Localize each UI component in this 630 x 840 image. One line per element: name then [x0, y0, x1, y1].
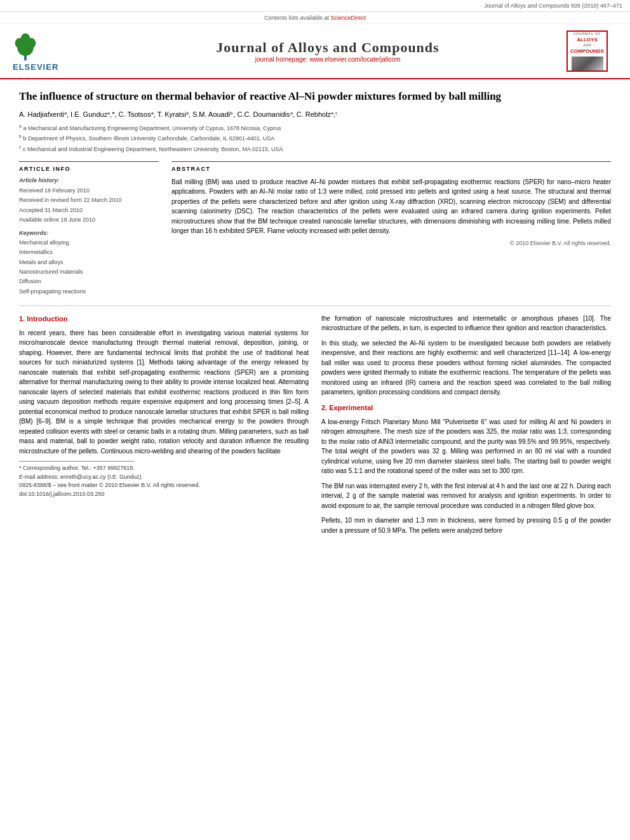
- accepted-date: Accepted 31 March 2010: [19, 206, 159, 215]
- section2-para1: A low-energy Fritsch Planetary Mono Mill…: [321, 417, 611, 476]
- footnote-doi: doi:10.1016/j.jallcom.2010.03.250: [19, 490, 309, 499]
- available-date: Available online 19 June 2010: [19, 215, 159, 225]
- elsevier-text: ELSEVIER: [13, 62, 58, 72]
- section1-title: 1. Introduction: [19, 314, 309, 324]
- affiliations: a a Mechanical and Manufacturing Enginee…: [19, 123, 611, 154]
- keywords-label: Keywords:: [19, 230, 159, 236]
- journal-name: Journal of Alloys and Compounds: [89, 39, 566, 56]
- keyword-5: Diffusion: [19, 277, 159, 286]
- journal-header: ELSEVIER Journal of Alloys and Compounds…: [0, 24, 630, 79]
- article-info-col: ARTICLE INFO Article history: Received 1…: [19, 161, 159, 297]
- keyword-4: Nanostructured materials: [19, 267, 159, 277]
- contents-bar: Contents lists available at ScienceDirec…: [0, 12, 630, 24]
- affiliation-a: a a Mechanical and Manufacturing Enginee…: [19, 123, 611, 133]
- sciencedirect-link[interactable]: ScienceDirect: [331, 15, 366, 21]
- section2-para3: Pellets, 10 mm in diameter and 1.3 mm in…: [321, 516, 611, 535]
- article-meta-section: ARTICLE INFO Article history: Received 1…: [19, 161, 611, 297]
- elsevier-logo: ELSEVIER: [13, 30, 89, 72]
- body-content: 1. Introduction In recent years, there h…: [19, 314, 611, 541]
- keyword-2: Intermetallics: [19, 248, 159, 257]
- top-bar: Journal of Alloys and Compounds 505 (201…: [0, 0, 630, 12]
- article-dates: Received 18 February 2010 Received in re…: [19, 186, 159, 225]
- footnote-email: E-mail address: enreth@ucy.ac.cy (I.E. G…: [19, 473, 309, 482]
- section1-para1: In recent years, there has been consider…: [19, 328, 309, 457]
- journal-center-info: Journal of Alloys and Compounds journal …: [89, 39, 566, 63]
- abstract-text: Ball milling (BM) was used to produce re…: [171, 177, 611, 236]
- keyword-1: Mechanical alloying: [19, 238, 159, 248]
- received-date: Received 18 February 2010: [19, 186, 159, 196]
- journal-homepage: journal homepage: www.elsevier.com/locat…: [89, 56, 566, 63]
- section-divider: [19, 305, 611, 306]
- authors: A. Hadjiafxentiᵃ, I.E. Gunduzᵃ,*, C. Tso…: [19, 110, 611, 119]
- authors-text: A. Hadjiafxentiᵃ, I.E. Gunduzᵃ,*, C. Tso…: [19, 110, 338, 118]
- affiliation-c: c c Mechanical and Industrial Engineerin…: [19, 143, 611, 154]
- svg-point-4: [21, 34, 30, 44]
- keyword-3: Metals and alloys: [19, 258, 159, 267]
- abstract-col: ABSTRACT Ball milling (BM) was used to p…: [171, 161, 611, 297]
- article-history-label: Article history:: [19, 177, 159, 183]
- section1-para3: In this study, we selected the Al–Ni sys…: [321, 338, 611, 397]
- contents-text: Contents lists available at: [264, 15, 331, 21]
- journal-citation: Journal of Alloys and Compounds 505 (201…: [484, 3, 622, 9]
- journal-mini-logo-container: JOURNAL OF ALLOYS AND COMPOUNDS: [566, 30, 617, 72]
- body-right-col: the formation of nanoscale microstructur…: [321, 314, 611, 541]
- revised-date: Received in revised form 22 March 2010: [19, 196, 159, 205]
- footnote-divider: [19, 461, 135, 462]
- section2-para2: The BM run was interrupted every 2 h, wi…: [321, 481, 611, 511]
- journal-mini-logo: JOURNAL OF ALLOYS AND COMPOUNDS: [566, 30, 608, 72]
- footnote-corresponding: * Corresponding author. Tel.: +357 99927…: [19, 464, 309, 473]
- main-content: The influence of structure on thermal be…: [0, 79, 630, 553]
- elsevier-tree-icon: [13, 30, 38, 62]
- footnote-issn: 0925-8388/$ – see front matter © 2010 El…: [19, 481, 309, 490]
- section2-title: 2. Experimental: [321, 403, 611, 413]
- keyword-6: Self-propagating reactions: [19, 287, 159, 297]
- abstract-heading: ABSTRACT: [171, 166, 611, 172]
- section1-para2: the formation of nanoscale microstructur…: [321, 314, 611, 333]
- paper-title: The influence of structure on thermal be…: [19, 89, 611, 104]
- affiliation-b: b b Department of Physics, Southern Illi…: [19, 133, 611, 143]
- copyright-line: © 2010 Elsevier B.V. All rights reserved…: [171, 240, 611, 246]
- body-left-col: 1. Introduction In recent years, there h…: [19, 314, 309, 541]
- article-info-heading: ARTICLE INFO: [19, 166, 159, 172]
